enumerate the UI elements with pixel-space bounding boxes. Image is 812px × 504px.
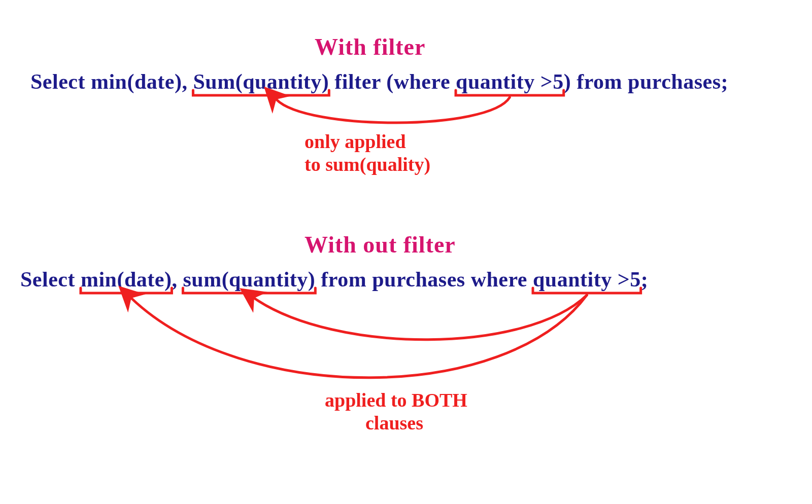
diagram-canvas: With filter Select min(date), Sum(quanti… — [0, 0, 812, 504]
top-sql-where-close: ) — [564, 70, 571, 93]
bottom-sql-from: from purchases — [315, 268, 470, 291]
bottom-sql: Select min(date), sum(quantity) from pur… — [20, 269, 648, 290]
top-sql: Select min(date), Sum(quantity) filter (… — [30, 71, 728, 92]
bottom-sql-semi: ; — [641, 268, 649, 291]
top-sql-comma: , — [182, 70, 193, 93]
bottom-sql-sum: sum(quantity) — [183, 268, 315, 291]
bottom-sql-condition: quantity >5 — [533, 268, 641, 291]
top-sql-from: from purchases; — [571, 70, 728, 93]
bottom-annotation-line1: applied to BOTH — [325, 390, 467, 410]
bottom-sql-min: min(date) — [81, 268, 172, 291]
top-sql-select: Select — [30, 70, 91, 93]
top-sql-sum: Sum(quantity) — [193, 70, 329, 93]
arrow-bottom-condition-to-min — [131, 295, 587, 378]
top-sql-where-open: (where — [386, 70, 456, 93]
bottom-title: With out filter — [304, 233, 456, 257]
arrow-bottom-condition-to-sum — [254, 295, 587, 340]
bottom-annotation-line2: clauses — [365, 413, 423, 433]
bottom-sql-where: where — [471, 268, 533, 291]
arrow-top-condition-to-sum — [276, 97, 510, 123]
bottom-sql-select: Select — [20, 268, 81, 291]
bottom-sql-comma: , — [172, 268, 183, 291]
top-annotation-line2: to sum(quality) — [304, 155, 430, 174]
top-sql-condition: quantity >5 — [456, 70, 564, 93]
top-title: With filter — [315, 35, 425, 59]
top-sql-min: min(date) — [91, 70, 182, 93]
top-sql-filter: filter — [329, 70, 386, 93]
top-annotation-line1: only applied — [304, 132, 406, 151]
